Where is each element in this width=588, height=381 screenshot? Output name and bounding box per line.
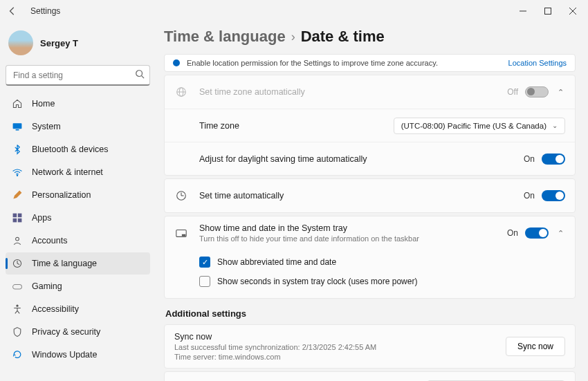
svg-rect-12 xyxy=(18,219,22,223)
time-icon xyxy=(11,257,24,270)
maximize-button[interactable] xyxy=(535,1,560,21)
checkbox-label: Show seconds in system tray clock (uses … xyxy=(217,277,417,286)
avatar xyxy=(8,30,33,55)
svg-line-5 xyxy=(142,76,145,79)
search-icon xyxy=(135,69,145,79)
minimize-icon xyxy=(520,8,526,15)
calendars-card: Show additional calendars in the taskbar… xyxy=(164,371,576,381)
user-name: Sergey T xyxy=(40,38,78,48)
svg-rect-6 xyxy=(13,123,22,129)
accessibility-icon xyxy=(11,303,24,315)
sidebar-item-update[interactable]: Windows Update xyxy=(6,344,150,366)
auto-time-card: Set time automatically On xyxy=(164,178,576,213)
minimize-button[interactable] xyxy=(511,1,535,21)
auto-time-toggle[interactable] xyxy=(542,190,565,201)
bluetooth-icon xyxy=(11,143,24,156)
row-label: Time zone xyxy=(199,121,394,131)
info-message: Enable location permission for the Setti… xyxy=(187,59,438,67)
timezone-row: Time zone (UTC-08:00) Pacific Time (US &… xyxy=(165,109,575,142)
location-settings-link[interactable]: Location Settings xyxy=(508,59,567,67)
sidebar-item-label: Personalization xyxy=(32,190,91,200)
sidebar-item-network[interactable]: Network & internet xyxy=(6,161,150,183)
tray-toggle[interactable] xyxy=(525,227,549,239)
breadcrumb-parent[interactable]: Time & language xyxy=(164,28,286,46)
abbrev-checkbox-row[interactable]: ✓ Show abbreviated time and date xyxy=(199,252,565,272)
dst-toggle[interactable] xyxy=(542,154,565,165)
row-label: Set time automatically xyxy=(199,191,524,201)
chevron-right-icon: › xyxy=(291,30,295,44)
svg-point-8 xyxy=(17,175,18,176)
sidebar-item-personalization[interactable]: Personalization xyxy=(6,184,150,206)
sidebar-item-label: Accessibility xyxy=(32,304,79,314)
row-label: Set time zone automatically xyxy=(199,87,507,97)
sidebar-item-time[interactable]: Time & language xyxy=(6,252,150,275)
sidebar-item-label: System xyxy=(32,122,61,131)
sidebar-item-system[interactable]: System xyxy=(6,115,150,138)
sidebar-item-accounts[interactable]: Accounts xyxy=(6,230,150,252)
dropdown-value: (UTC-08:00) Pacific Time (US & Canada) xyxy=(401,122,546,130)
maximize-icon xyxy=(544,8,551,15)
sidebar-item-privacy[interactable]: Privacy & security xyxy=(6,321,150,343)
toggle-state: On xyxy=(524,154,535,164)
clock-icon xyxy=(174,189,188,202)
title-bar: Settings xyxy=(0,0,588,22)
update-icon xyxy=(11,349,24,361)
seconds-checkbox-row[interactable]: Show seconds in system tray clock (uses … xyxy=(199,272,565,291)
breadcrumb: Time & language › Date & time xyxy=(164,28,576,46)
globe-icon xyxy=(174,86,188,98)
sidebar-item-label: Bluetooth & devices xyxy=(32,145,109,154)
taskbar-icon xyxy=(174,227,188,239)
sidebar-item-label: Home xyxy=(32,99,55,109)
row-label: Adjust for daylight saving time automati… xyxy=(199,154,524,164)
svg-line-16 xyxy=(17,263,19,265)
close-button[interactable] xyxy=(560,1,585,21)
sync-sub2: Time server: time.windows.com xyxy=(174,353,506,361)
sidebar-item-label: Apps xyxy=(32,213,52,223)
svg-rect-26 xyxy=(182,234,185,236)
svg-rect-1 xyxy=(545,8,551,15)
dst-row: Adjust for daylight saving time automati… xyxy=(165,142,575,175)
sync-row: Sync now Last successful time synchroniz… xyxy=(165,325,575,368)
sidebar-item-accessibility[interactable]: Accessibility xyxy=(6,298,150,320)
sidebar-item-gaming[interactable]: Gaming xyxy=(6,275,150,297)
sync-sub1: Last successful time synchronization: 2/… xyxy=(174,343,506,351)
accounts-icon xyxy=(11,234,24,247)
toggle-state: Off xyxy=(507,87,518,97)
chevron-up-icon[interactable]: ⌃ xyxy=(555,229,565,238)
svg-point-18 xyxy=(16,305,18,307)
sidebar-item-label: Windows Update xyxy=(32,350,98,360)
sidebar-item-home[interactable]: Home xyxy=(6,93,150,115)
window-title: Settings xyxy=(30,6,60,16)
sidebar-item-apps[interactable]: Apps xyxy=(6,207,150,229)
info-bar: Enable location permission for the Setti… xyxy=(164,54,576,72)
additional-heading: Additional settings xyxy=(165,308,576,319)
auto-timezone-toggle[interactable] xyxy=(525,86,549,97)
tray-suboptions: ✓ Show abbreviated time and date Show se… xyxy=(165,250,575,298)
sidebar-item-label: Time & language xyxy=(32,259,97,268)
timezone-card: Set time zone automatically Off ⌃ Time z… xyxy=(164,75,576,176)
profile[interactable]: Sergey T xyxy=(6,25,150,65)
svg-point-13 xyxy=(16,237,19,241)
timezone-dropdown[interactable]: (UTC-08:00) Pacific Time (US & Canada) ⌄ xyxy=(394,118,565,134)
row-label: Show time and date in the System tray xyxy=(199,223,507,233)
checkbox-checked-icon: ✓ xyxy=(199,257,210,268)
svg-rect-7 xyxy=(16,129,19,131)
tray-row[interactable]: Show time and date in the System tray Tu… xyxy=(165,216,575,250)
sidebar-item-label: Privacy & security xyxy=(32,327,100,337)
chevron-up-icon[interactable]: ⌃ xyxy=(555,88,565,97)
tray-card: Show time and date in the System tray Tu… xyxy=(164,216,576,299)
personalization-icon xyxy=(11,189,24,201)
back-button[interactable] xyxy=(3,1,22,21)
chevron-down-icon: ⌄ xyxy=(552,122,558,129)
sidebar-item-label: Accounts xyxy=(32,236,67,245)
toggle-state: On xyxy=(507,228,518,238)
search-input[interactable] xyxy=(6,65,150,86)
search-box xyxy=(6,65,150,86)
close-icon xyxy=(569,8,576,15)
sidebar-item-bluetooth[interactable]: Bluetooth & devices xyxy=(6,138,150,160)
home-icon xyxy=(11,97,24,110)
auto-timezone-row[interactable]: Set time zone automatically Off ⌃ xyxy=(165,75,575,109)
sync-now-button[interactable]: Sync now xyxy=(506,337,565,356)
sidebar-item-label: Gaming xyxy=(32,281,62,291)
svg-rect-11 xyxy=(13,219,17,223)
